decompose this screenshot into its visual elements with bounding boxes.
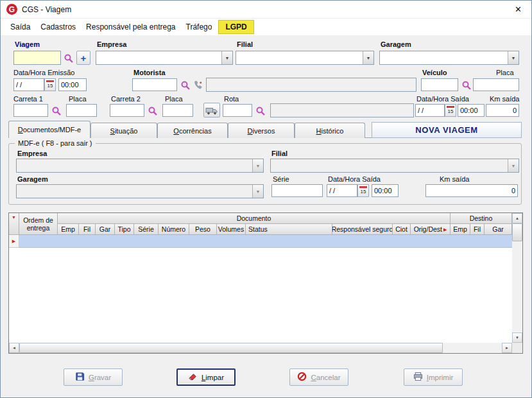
rota-input[interactable] <box>223 104 252 117</box>
menu-item-trafego[interactable]: Tráfego <box>181 20 218 34</box>
placa-veiculo-input[interactable] <box>473 78 519 91</box>
veiculo-search-icon[interactable] <box>461 80 472 91</box>
tab-documentos-mdfe[interactable]: Documentos/MDF-e <box>8 121 90 138</box>
grid-col-origdest: Orig/Dest ▶ <box>411 224 450 235</box>
calendar-icon[interactable]: 15 <box>44 78 56 91</box>
ordem-header-line1: Ordem de <box>23 216 53 224</box>
motorista-desc-field <box>206 78 416 92</box>
motorista-input[interactable] <box>132 78 177 91</box>
calendar-day: 15 <box>448 109 454 114</box>
calendar-icon[interactable]: 15 <box>357 184 369 197</box>
app-logo-icon: G <box>6 4 17 15</box>
grid-col-responsavel-seguro: Responsável seguro <box>332 224 393 235</box>
mdfe-km-saida-input[interactable] <box>425 184 518 197</box>
grid-col-emp: Emp <box>58 224 79 235</box>
rota-search-icon[interactable] <box>255 105 266 116</box>
chevron-down-icon[interactable]: ▼ <box>221 51 232 64</box>
gravar-button[interactable]: Gravar <box>64 368 123 386</box>
garagem-combo-value <box>380 51 508 64</box>
grid-col-ordem-entrega: Ordem de entrega <box>19 213 58 235</box>
emissao-date-input[interactable] <box>13 78 44 91</box>
horizontal-scrollbar[interactable]: ◄ ► <box>9 343 512 353</box>
row-marker-icon: ▶ <box>12 239 15 243</box>
selected-grid-row[interactable] <box>19 235 512 248</box>
tab-label: Situação <box>110 127 138 135</box>
mdfe-empresa-label: Empresa <box>17 150 47 157</box>
close-icon[interactable]: ✕ <box>511 4 526 15</box>
chevron-down-icon[interactable]: ▼ <box>508 51 519 64</box>
grid-col-dest-emp: Emp <box>450 224 470 235</box>
viagem-search-icon[interactable] <box>63 53 74 64</box>
mdfe-garagem-combo: ▼ <box>16 184 264 198</box>
carreta1-label: Carreta 1 <box>13 95 43 103</box>
grid-col-tipo: Tipo <box>115 224 134 235</box>
scrollbar-corner <box>512 343 522 353</box>
carreta1-input[interactable] <box>13 104 48 117</box>
rota-desc-field <box>270 103 414 117</box>
window-title: CGS - Viagem <box>22 5 71 14</box>
calendar-day: 15 <box>47 83 53 89</box>
mdfe-empresa-combo: ▼ <box>16 159 264 173</box>
vertical-scrollbar[interactable]: ▲ ▼ <box>512 213 522 343</box>
grid-col-volumes: Volumes <box>217 224 246 235</box>
mdfe-km-saida-label: Km saída <box>440 175 469 183</box>
mdfe-filial-combo: ▼ <box>270 159 519 173</box>
empresa-combo[interactable]: ▼ <box>96 51 233 65</box>
imprimir-button[interactable]: Imprimir <box>404 368 463 386</box>
veiculo-label: Veículo <box>422 69 447 76</box>
km-saida-input[interactable] <box>486 104 519 117</box>
carreta1-placa-input[interactable] <box>66 104 97 117</box>
mdfe-saida-time-input[interactable] <box>372 184 399 197</box>
carreta1-search-icon[interactable] <box>51 105 62 116</box>
motorista-label: Motorista <box>133 69 166 76</box>
tab-label: Documentos/MDF-e <box>18 126 81 134</box>
chevron-down-icon: ▼ <box>508 159 519 172</box>
veiculo-input[interactable] <box>421 78 458 91</box>
save-icon <box>75 372 85 383</box>
tab-diversos[interactable]: Diversos <box>228 123 295 138</box>
truck-icon[interactable] <box>203 103 220 117</box>
motorista-search-icon[interactable] <box>180 80 191 91</box>
cancelar-button[interactable]: Cancelar <box>289 368 348 386</box>
carreta2-placa-input[interactable] <box>162 104 193 117</box>
mdfe-serie-input[interactable] <box>271 184 323 197</box>
carreta2-input[interactable] <box>110 104 144 117</box>
origdest-marker-icon: ▶ <box>443 227 447 232</box>
carreta2-search-icon[interactable] <box>147 105 158 116</box>
menu-item-lgpd[interactable]: LGPD <box>218 20 253 34</box>
chevron-down-icon: ▼ <box>252 185 263 198</box>
calendar-red-bar <box>46 80 54 82</box>
garagem-combo[interactable]: ▼ <box>379 51 519 65</box>
status-banner: NOVA VIAGEM <box>372 122 522 138</box>
emissao-time-input[interactable] <box>58 78 87 91</box>
scroll-left-icon[interactable]: ◄ <box>9 343 19 353</box>
horizontal-scroll-thumb[interactable] <box>19 343 443 353</box>
app-window: G CGS - Viagem ✕ Saída Cadastros Respons… <box>0 0 532 398</box>
empresa-label: Empresa <box>97 40 126 48</box>
saida-time-input[interactable] <box>458 104 485 117</box>
add-viagem-button[interactable]: + <box>76 51 90 65</box>
tab-historico[interactable]: Histórico <box>295 123 365 138</box>
vertical-scroll-thumb[interactable] <box>512 223 522 241</box>
scroll-up-icon[interactable]: ▲ <box>512 213 522 223</box>
tab-situacao[interactable]: Situação <box>90 123 157 138</box>
tab-ocorrencias[interactable]: Ocorrências <box>157 123 228 138</box>
scroll-right-icon[interactable]: ► <box>502 343 512 353</box>
grid-group-destino: Destino <box>450 213 512 224</box>
saida-date-input[interactable] <box>415 104 445 117</box>
limpar-button[interactable]: Limpar <box>176 368 236 386</box>
menu-item-saida[interactable]: Saída <box>5 20 35 34</box>
cancelar-label: Cancelar <box>311 374 340 381</box>
viagem-label: Viagem <box>15 40 40 48</box>
chevron-down-icon[interactable]: ▼ <box>363 51 373 64</box>
menu-item-responsavel-entrega[interactable]: Responsável pela entrega <box>81 20 180 34</box>
grid-col-gar: Gar <box>96 224 115 235</box>
viagem-input[interactable] <box>13 51 61 65</box>
menu-item-cadastros[interactable]: Cadastros <box>35 20 81 34</box>
scroll-down-icon[interactable]: ▼ <box>512 333 522 343</box>
grid-marker-down-icon: ▼ <box>12 215 16 220</box>
filial-combo[interactable]: ▼ <box>236 51 374 65</box>
calendar-icon[interactable]: 15 <box>445 104 456 117</box>
mdfe-saida-date-input[interactable] <box>327 184 357 197</box>
grid-col-ciot: Ciot <box>393 224 411 235</box>
